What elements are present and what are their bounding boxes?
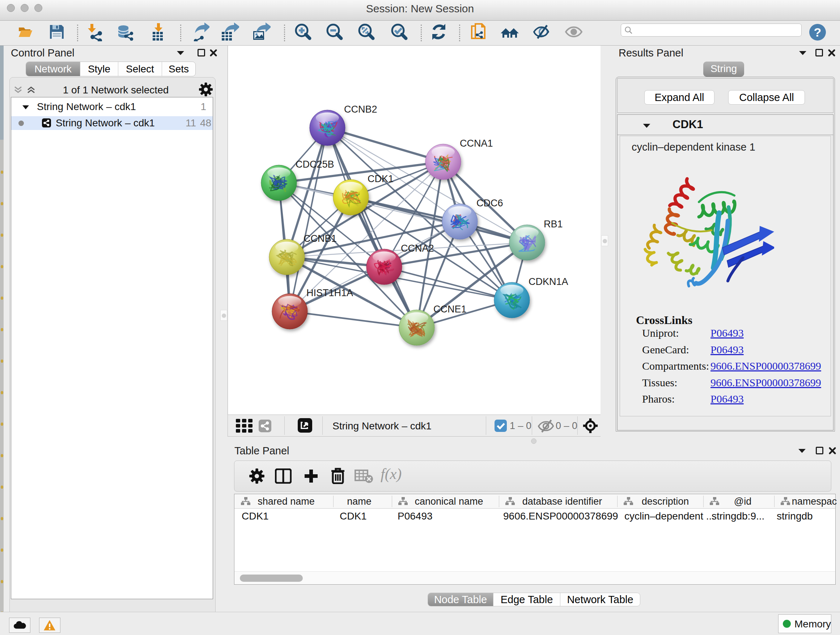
svg-text:CDC25B: CDC25B [295, 159, 334, 170]
svg-text:CCNB2: CCNB2 [344, 104, 377, 115]
svg-text:CCNB1: CCNB1 [303, 233, 337, 244]
svg-text:CCNA2: CCNA2 [401, 243, 434, 254]
svg-text:CCNE1: CCNE1 [433, 304, 467, 315]
svg-text:RB1: RB1 [544, 219, 563, 230]
svg-text:CCNA1: CCNA1 [460, 138, 493, 149]
svg-text:CDK1: CDK1 [368, 173, 393, 184]
svg-text:CDKN1A: CDKN1A [529, 276, 568, 287]
svg-text:HIST1H1A: HIST1H1A [306, 287, 353, 298]
svg-text:CDC6: CDC6 [477, 198, 503, 209]
